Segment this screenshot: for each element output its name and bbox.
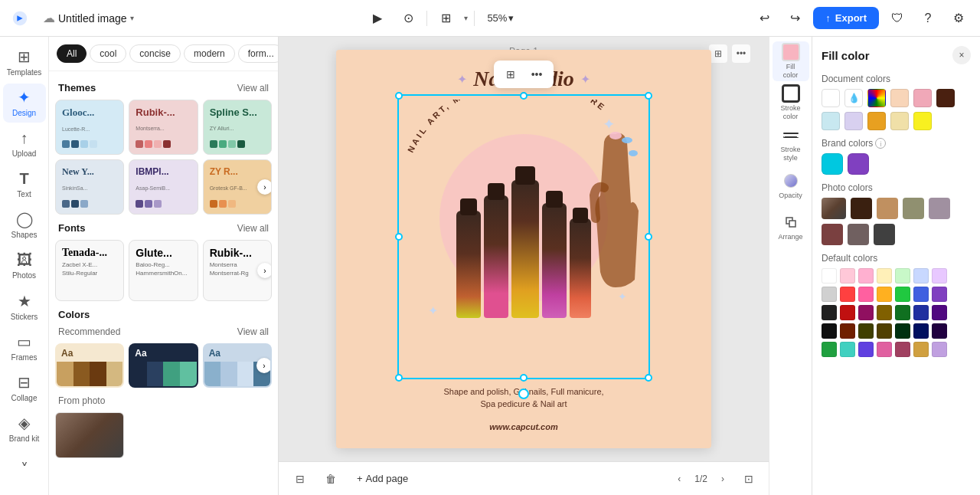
def-swatch[interactable] xyxy=(840,268,855,284)
canvas-inner[interactable]: Page 1 ⊞ ••• ✦ Nail Studio ✦ xyxy=(279,37,769,461)
colors-view-all[interactable]: View all xyxy=(237,326,269,337)
help-button[interactable]: ? xyxy=(916,6,940,31)
def-swatch[interactable] xyxy=(840,287,855,302)
def-swatch[interactable] xyxy=(913,268,929,284)
def-swatch[interactable] xyxy=(877,268,892,284)
def-swatch[interactable] xyxy=(932,342,947,357)
sidebar-item-frames[interactable]: ▭ Frames xyxy=(3,328,46,367)
def-swatch[interactable] xyxy=(822,287,837,302)
theme-card-5[interactable]: IBMPl... Asap-SemiB... xyxy=(129,159,198,215)
sidebar-item-collage[interactable]: ⊟ Collage xyxy=(3,369,46,408)
def-swatch[interactable] xyxy=(877,323,892,339)
font-card-1[interactable]: Tenada-... Zacbel X-E... Stilu-Regular xyxy=(55,240,124,301)
theme-card-6[interactable]: ZY R... Grotesk GF-B... › xyxy=(203,159,272,215)
sidebar-item-shapes[interactable]: ◯ Shapes xyxy=(3,205,46,244)
photo-color-4[interactable] xyxy=(929,198,950,219)
brand-color-2[interactable] xyxy=(848,153,869,175)
rs-tab-stroke-color[interactable]: Strokecolor xyxy=(773,83,809,123)
rs-tab-fill-color[interactable]: Fillcolor xyxy=(773,41,809,81)
doc-color-4[interactable] xyxy=(913,89,932,107)
sidebar-collapse-button[interactable]: ˅ xyxy=(3,450,46,489)
page-more-icon[interactable]: ••• xyxy=(732,44,750,63)
palette-card-2[interactable]: Aa xyxy=(129,343,198,388)
delete-page-button[interactable]: 🗑 xyxy=(318,467,343,491)
doc-color-7[interactable] xyxy=(844,112,863,130)
play-button[interactable]: ▶ xyxy=(365,6,390,31)
def-swatch[interactable] xyxy=(858,323,874,339)
settings-button[interactable]: ⚙ xyxy=(946,6,971,31)
redo-button[interactable]: ↪ xyxy=(782,6,807,31)
app-logo[interactable] xyxy=(9,8,31,29)
canvas-page[interactable]: ✦ Nail Studio ✦ NAIL ART, MENICURE AND P… xyxy=(336,50,711,448)
def-swatch[interactable] xyxy=(913,305,929,320)
def-swatch[interactable] xyxy=(895,305,910,320)
filter-concise[interactable]: concise xyxy=(129,44,181,63)
sidebar-item-brand[interactable]: ◈ Brand kit xyxy=(3,409,46,448)
filter-cool[interactable]: cool xyxy=(90,44,126,63)
def-swatch[interactable] xyxy=(822,268,837,284)
def-swatch[interactable] xyxy=(822,305,837,320)
doc-color-rainbow[interactable] xyxy=(867,89,886,107)
def-swatch[interactable] xyxy=(840,323,855,339)
sidebar-item-text[interactable]: T Text xyxy=(3,165,46,204)
def-swatch[interactable] xyxy=(895,268,910,284)
doc-color-5[interactable] xyxy=(936,89,955,107)
theme-card-3[interactable]: Spline S... ZY Alluri... xyxy=(203,100,272,155)
theme-card-4[interactable]: New Y... SinkinSa... xyxy=(55,159,124,215)
def-swatch[interactable] xyxy=(858,305,874,320)
doc-color-10[interactable] xyxy=(913,112,932,130)
layout-dropdown-arrow[interactable]: ▾ xyxy=(464,14,468,22)
def-swatch[interactable] xyxy=(822,342,837,357)
save-icon[interactable]: ☁ xyxy=(43,11,55,25)
def-swatch[interactable] xyxy=(932,323,947,339)
def-swatch[interactable] xyxy=(877,287,892,302)
def-swatch[interactable] xyxy=(932,287,947,302)
photo-color-preview[interactable] xyxy=(822,198,846,219)
page-fullscreen-button[interactable]: ⊡ xyxy=(738,468,760,490)
sidebar-item-templates[interactable]: ⊞ Templates xyxy=(3,43,46,82)
from-photo-card[interactable] xyxy=(55,412,124,458)
doc-color-8[interactable] xyxy=(867,112,886,130)
def-swatch[interactable] xyxy=(932,268,947,284)
doc-color-1[interactable] xyxy=(822,89,840,107)
export-button[interactable]: ↑ Export xyxy=(813,7,879,29)
def-swatch[interactable] xyxy=(858,268,874,284)
def-swatch[interactable] xyxy=(913,342,929,357)
copy-page-button[interactable]: ⊟ xyxy=(288,467,312,491)
def-swatch[interactable] xyxy=(913,323,929,339)
title-dropdown-arrow[interactable]: ▾ xyxy=(130,14,134,22)
photo-color-3[interactable] xyxy=(903,198,924,219)
photo-color-6[interactable] xyxy=(848,224,869,245)
sidebar-item-stickers[interactable]: ★ Stickers xyxy=(3,287,46,326)
rs-tab-stroke-style[interactable]: Strokestyle xyxy=(773,124,809,164)
palettes-next-arrow[interactable]: › xyxy=(256,358,272,373)
def-swatch[interactable] xyxy=(858,342,874,357)
filter-modern[interactable]: modern xyxy=(184,44,235,63)
layout-button[interactable]: ⊞ xyxy=(433,6,458,31)
def-swatch[interactable] xyxy=(877,305,892,320)
filter-formal[interactable]: form... xyxy=(238,44,278,63)
brand-info-icon[interactable]: i xyxy=(875,138,886,149)
rs-tab-opacity[interactable]: Opacity xyxy=(773,166,809,205)
shield-button[interactable]: 🛡 xyxy=(885,6,910,31)
sidebar-item-photos[interactable]: 🖼 Photos xyxy=(3,246,46,285)
theme-card-2[interactable]: Rubik-... Montserra... xyxy=(129,100,198,155)
page-expand-icon[interactable]: ⊞ xyxy=(709,44,727,63)
def-swatch[interactable] xyxy=(895,287,910,302)
undo-button[interactable]: ↩ xyxy=(752,6,776,31)
prev-page-button[interactable]: ‹ xyxy=(668,468,690,490)
photo-color-7[interactable] xyxy=(874,224,895,245)
palette-card-1[interactable]: Aa xyxy=(55,343,124,388)
photo-color-5[interactable] xyxy=(822,224,843,245)
def-swatch[interactable] xyxy=(932,305,947,320)
brand-color-1[interactable] xyxy=(822,153,843,175)
doc-color-eyedropper[interactable]: 💧 xyxy=(844,89,863,107)
font-card-2[interactable]: Glute... Baloo-Reg... HammersmithOn... xyxy=(129,240,198,301)
zoom-selector[interactable]: 55% ▾ xyxy=(481,9,520,27)
themes-next-arrow[interactable]: › xyxy=(257,179,272,195)
def-swatch[interactable] xyxy=(895,342,910,357)
def-swatch[interactable] xyxy=(913,287,929,302)
fonts-next-arrow[interactable]: › xyxy=(257,263,272,278)
theme-card-1[interactable]: Glooc... Lucette-R... xyxy=(55,100,124,155)
doc-color-9[interactable] xyxy=(890,112,909,130)
